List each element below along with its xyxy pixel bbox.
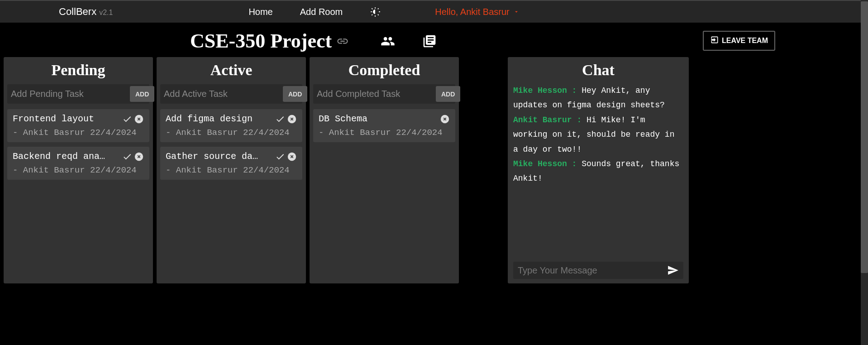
add-task-input[interactable] [162, 86, 280, 102]
column-title: Pending [7, 62, 149, 79]
chat-title: Chat [513, 62, 683, 79]
project-title-wrap: CSE-350 Project [190, 29, 349, 53]
nav-center: Home Add Room [248, 6, 381, 17]
add-task-button[interactable]: ADD [436, 86, 460, 102]
members-icon[interactable] [381, 34, 395, 48]
task-meta: - Ankit Basrur 22/4/2024 [319, 128, 450, 138]
project-title: CSE-350 Project [190, 29, 332, 53]
task-title: Add figma design [166, 114, 253, 124]
chat-sender: Ankit Basrur : [513, 115, 587, 125]
add-task-row: ADD [313, 84, 455, 104]
close-icon[interactable] [134, 152, 144, 162]
add-task-input[interactable] [9, 86, 127, 102]
nav-add-room[interactable]: Add Room [300, 7, 343, 17]
task-title: Gather source data [166, 151, 261, 162]
task-meta: - Ankit Basrur 22/4/2024 [13, 128, 144, 138]
scrollbar-thumb[interactable] [861, 1, 868, 273]
link-icon[interactable] [336, 35, 349, 48]
column-completed: CompletedADDDB Schema- Ankit Basrur 22/4… [310, 57, 459, 283]
brand-name: CollBerx [59, 6, 96, 18]
task-icons [122, 152, 144, 162]
chat-input-row [513, 262, 683, 279]
task-card[interactable]: Gather source data- Ankit Basrur 22/4/20… [160, 147, 302, 180]
add-task-button[interactable]: ADD [283, 86, 307, 102]
close-icon[interactable] [287, 152, 297, 162]
nav-home[interactable]: Home [248, 7, 272, 17]
task-title: DB Schema [319, 114, 367, 124]
chat-message: Mike Hesson : Sounds great, thanks Ankit… [513, 157, 683, 186]
theme-toggle-icon[interactable] [370, 6, 381, 17]
chat-input[interactable] [518, 265, 667, 276]
task-card[interactable]: Frontend layout- Ankit Basrur 22/4/2024 [7, 109, 149, 142]
project-header: CSE-350 Project LEAVE TEAM [0, 23, 868, 57]
task-icons [275, 152, 297, 162]
check-icon[interactable] [122, 114, 132, 124]
task-title-row: Add figma design [166, 114, 297, 124]
library-icon[interactable] [422, 34, 437, 48]
task-meta: - Ankit Basrur 22/4/2024 [13, 165, 144, 175]
column-active: ActiveADDAdd figma design- Ankit Basrur … [157, 57, 306, 283]
leave-team-label: LEAVE TEAM [722, 37, 768, 45]
chat-messages: Mike Hesson : Hey Ankit, any updates on … [513, 83, 683, 257]
task-title-row: Gather source data [166, 151, 297, 162]
add-task-row: ADD [160, 84, 302, 104]
task-card[interactable]: Add figma design- Ankit Basrur 22/4/2024 [160, 109, 302, 142]
task-meta: - Ankit Basrur 22/4/2024 [166, 128, 297, 138]
exit-icon [710, 35, 719, 46]
leave-team-button[interactable]: LEAVE TEAM [703, 31, 775, 51]
chat-panel: Chat Mike Hesson : Hey Ankit, any update… [508, 57, 689, 283]
check-icon[interactable] [122, 152, 132, 162]
task-title-row: DB Schema [319, 114, 450, 124]
navbar: CollBerx v2.1 Home Add Room Hello, Ankit… [0, 0, 868, 23]
column-title: Active [160, 62, 302, 79]
close-icon[interactable] [440, 114, 450, 124]
task-title-row: Backend reqd analy… [13, 151, 144, 162]
chat-sender: Mike Hesson : [513, 159, 582, 168]
main-content: PendingADDFrontend layout- Ankit Basrur … [0, 57, 868, 283]
task-icons [440, 114, 450, 124]
check-icon[interactable] [275, 114, 285, 124]
chat-message: Ankit Basrur : Hi Mike! I'm working on i… [513, 113, 683, 157]
task-title: Backend reqd analy… [13, 151, 108, 162]
task-icons [275, 114, 297, 124]
close-icon[interactable] [287, 114, 297, 124]
chat-sender: Mike Hesson : [513, 86, 582, 95]
task-card[interactable]: Backend reqd analy…- Ankit Basrur 22/4/2… [7, 147, 149, 180]
chat-message: Mike Hesson : Hey Ankit, any updates on … [513, 83, 683, 113]
user-menu[interactable]: Hello, Ankit Basrur [435, 7, 520, 17]
task-title-row: Frontend layout [13, 114, 144, 124]
task-icons [122, 114, 144, 124]
task-card[interactable]: DB Schema- Ankit Basrur 22/4/2024 [313, 109, 455, 142]
greeting-text: Hello, Ankit Basrur [435, 7, 510, 17]
brand[interactable]: CollBerx v2.1 [59, 6, 113, 18]
add-task-button[interactable]: ADD [130, 86, 154, 102]
check-icon[interactable] [275, 152, 285, 162]
header-icons [381, 34, 437, 48]
send-icon[interactable] [667, 264, 679, 276]
task-title: Frontend layout [13, 114, 94, 124]
task-meta: - Ankit Basrur 22/4/2024 [166, 165, 297, 175]
column-title: Completed [313, 62, 455, 79]
column-pending: PendingADDFrontend layout- Ankit Basrur … [4, 57, 153, 283]
add-task-row: ADD [7, 84, 149, 104]
close-icon[interactable] [134, 114, 144, 124]
chevron-down-icon [513, 7, 520, 17]
brand-version: v2.1 [99, 9, 113, 17]
add-task-input[interactable] [315, 86, 433, 102]
scrollbar[interactable] [861, 0, 868, 345]
